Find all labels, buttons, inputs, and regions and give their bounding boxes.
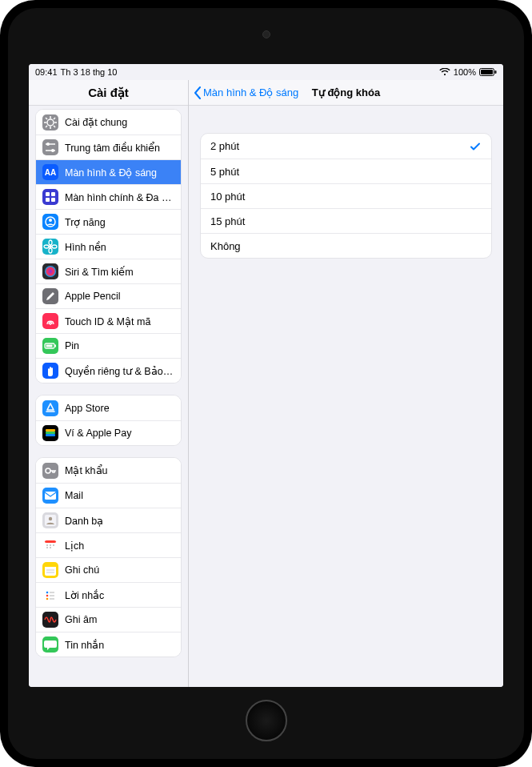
ipad-frame: 09:41 Th 3 18 thg 10 100% Cài đặt Cài đặ	[0, 0, 532, 767]
sidebar-item-control[interactable]: Trung tâm điều khiển	[36, 135, 181, 159]
sidebar-item-battery[interactable]: Pin	[36, 333, 181, 358]
sidebar-item-label: Ghi chú	[65, 564, 174, 576]
svg-rect-47	[50, 547, 51, 548]
siri-icon	[42, 263, 58, 279]
camera-dot	[262, 30, 270, 38]
battery-icon	[479, 68, 497, 76]
sidebar-group: App StoreVí & Apple Pay	[35, 395, 182, 446]
checkmark-icon	[469, 140, 482, 153]
sidebar-item-wallet[interactable]: Ví & Apple Pay	[36, 420, 181, 445]
passwords-icon	[42, 463, 58, 479]
sidebar-item-siri[interactable]: Siri & Tìm kiếm	[36, 259, 181, 283]
svg-rect-42	[45, 540, 56, 543]
notes-icon	[42, 562, 58, 578]
autolock-option[interactable]: 5 phút	[201, 159, 491, 183]
sidebar-item-label: Trợ năng	[65, 216, 174, 228]
sidebar-item-label: Cài đặt chung	[65, 116, 174, 128]
detail-pane: Màn hình & Độ sáng Tự động khóa 2 phút5 …	[189, 80, 503, 687]
home-icon	[42, 189, 58, 205]
back-label: Màn hình & Độ sáng	[203, 86, 298, 98]
svg-point-37	[46, 468, 50, 473]
option-label: 15 phút	[210, 215, 245, 227]
status-left: 09:41 Th 3 18 thg 10	[35, 67, 117, 77]
svg-rect-38	[45, 492, 56, 500]
sidebar-item-label: App Store	[65, 403, 174, 414]
svg-rect-45	[53, 544, 54, 546]
sidebar-item-label: Touch ID & Mật mã	[65, 315, 174, 327]
option-label: 2 phút	[210, 140, 239, 152]
detail-title: Tự động khóa	[312, 86, 380, 98]
option-label: Không	[210, 240, 241, 252]
sidebar-item-display[interactable]: AAMàn hình & Độ sáng	[36, 159, 181, 184]
voice-icon	[42, 612, 58, 628]
svg-point-28	[45, 266, 56, 277]
appstore-icon	[42, 400, 58, 416]
svg-point-13	[46, 143, 50, 146]
option-label: 5 phút	[210, 166, 239, 178]
ipad-frame-inner: 09:41 Th 3 18 thg 10 100% Cài đặt Cài đặ	[8, 8, 524, 759]
sidebar-item-reminders[interactable]: Lời nhắc	[36, 582, 181, 607]
sidebar-item-general[interactable]: Cài đặt chung	[36, 110, 181, 135]
status-date: Th 3 18 thg 10	[61, 67, 118, 77]
screen: 09:41 Th 3 18 thg 10 100% Cài đặt Cài đặ	[29, 64, 503, 687]
status-right: 100%	[439, 67, 497, 77]
autolock-option[interactable]: 10 phút	[201, 183, 491, 208]
sidebar-item-label: Apple Pencil	[65, 291, 174, 302]
sidebar-item-accessibility[interactable]: Trợ năng	[36, 209, 181, 234]
sidebar-item-touchid[interactable]: Touch ID & Mật mã	[36, 308, 181, 333]
pencil-icon	[42, 288, 58, 304]
svg-point-29	[50, 323, 51, 325]
sidebar-item-wallpaper[interactable]: Hình nền	[36, 234, 181, 259]
svg-rect-46	[46, 547, 48, 548]
svg-text:AA: AA	[45, 168, 56, 177]
svg-rect-32	[46, 345, 53, 347]
sidebar-item-label: Danh bạ	[65, 515, 174, 527]
wallet-icon	[42, 425, 58, 441]
detail-navbar: Màn hình & Độ sáng Tự động khóa	[189, 80, 503, 106]
accessibility-icon	[42, 214, 58, 230]
home-button[interactable]	[246, 700, 287, 741]
sidebar-scroll[interactable]: Cài đặt chungTrung tâm điều khiểnAAMàn h…	[29, 106, 188, 687]
svg-rect-20	[51, 198, 55, 202]
back-button[interactable]: Màn hình & Độ sáng	[189, 86, 298, 99]
general-icon	[42, 114, 58, 131]
svg-point-22	[49, 219, 52, 222]
svg-rect-19	[46, 198, 50, 202]
sidebar-item-label: Ví & Apple Pay	[65, 428, 174, 439]
sidebar-item-notes[interactable]: Ghi chú	[36, 557, 181, 582]
sidebar-item-label: Quyền riêng tư & Bảo mật	[65, 365, 174, 377]
mail-icon	[42, 488, 58, 504]
sidebar-item-privacy[interactable]: Quyền riêng tư & Bảo mật	[36, 358, 181, 383]
sidebar-item-calendar[interactable]: Lịch	[36, 532, 181, 557]
svg-rect-31	[55, 345, 57, 347]
sidebar-item-voice[interactable]: Ghi âm	[36, 607, 181, 632]
svg-point-40	[49, 517, 52, 520]
svg-point-54	[46, 595, 49, 597]
sidebar-item-appstore[interactable]: App Store	[36, 396, 181, 420]
svg-rect-18	[51, 192, 55, 196]
display-icon: AA	[42, 164, 58, 180]
wallpaper-icon	[42, 239, 58, 255]
sidebar-item-label: Màn hình & Độ sáng	[65, 167, 174, 179]
autolock-option[interactable]: 15 phút	[201, 208, 491, 233]
sidebar-item-pencil[interactable]: Apple Pencil	[36, 283, 181, 308]
sidebar-item-contacts[interactable]: Danh bạ	[36, 508, 181, 532]
svg-point-3	[47, 119, 54, 126]
touchid-icon	[42, 313, 58, 329]
svg-rect-2	[495, 70, 497, 74]
sidebar-item-passwords[interactable]: Mật khẩu	[36, 458, 181, 483]
autolock-option[interactable]: 2 phút	[201, 134, 491, 159]
svg-rect-43	[46, 544, 48, 546]
sidebar-item-label: Hình nền	[65, 241, 174, 253]
sidebar-item-mail[interactable]: Mail	[36, 483, 181, 508]
svg-point-27	[52, 245, 57, 248]
autolock-option[interactable]: Không	[201, 233, 491, 258]
sidebar-item-label: Pin	[65, 340, 174, 351]
svg-point-24	[49, 240, 52, 245]
sidebar-item-messages[interactable]: Tin nhắn	[36, 632, 181, 657]
svg-rect-35	[46, 432, 55, 434]
sidebar-item-label: Mail	[65, 490, 174, 501]
sidebar-item-home[interactable]: Màn hình chính & Đa nhiệm	[36, 184, 181, 209]
split-content: Cài đặt Cài đặt chungTrung tâm điều khiể…	[29, 80, 503, 687]
settings-sidebar: Cài đặt Cài đặt chungTrung tâm điều khiể…	[29, 80, 189, 687]
